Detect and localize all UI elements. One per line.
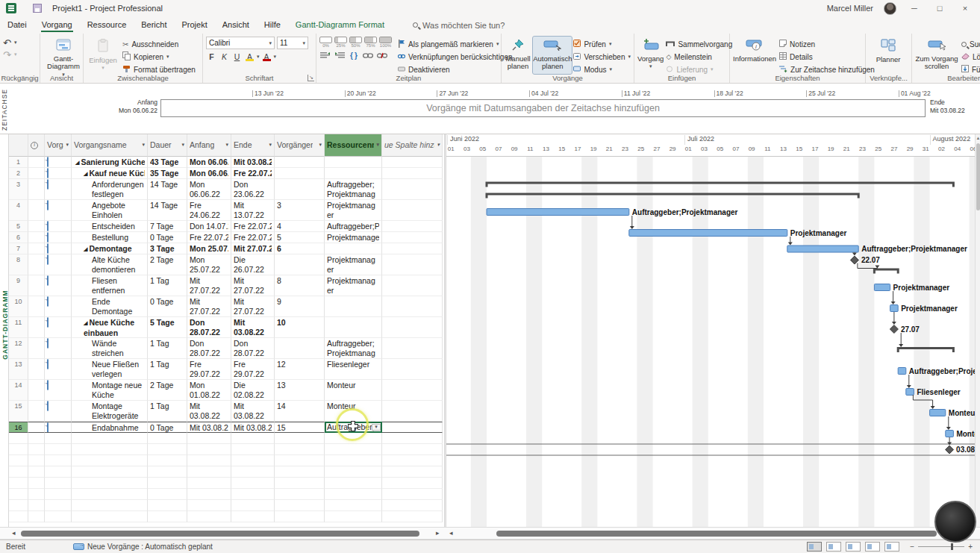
indent-task-icon[interactable] [334,51,346,60]
row-number[interactable]: 3 [9,179,28,200]
task-bar[interactable] [487,209,629,216]
task-mode-cell[interactable] [45,296,72,317]
empty-cell[interactable] [382,511,443,522]
duration-cell[interactable]: 0 Tage [148,422,187,433]
row-number[interactable]: 12 [9,338,28,359]
predecessor-cell[interactable]: 4 [275,221,325,232]
chart-scroll-thumb[interactable] [496,531,937,537]
resource-cell[interactable] [325,317,382,338]
clear-button[interactable]: Löschen▾ [961,51,980,63]
empty-cell[interactable] [187,478,231,489]
end-date-cell[interactable]: Fre 22.07.22 [231,221,275,232]
table-scroll-left-icon[interactable]: ◂ [12,529,16,537]
start-date-cell[interactable]: Fre 24.06.22 [187,200,231,221]
new-column-cell[interactable] [382,200,443,221]
start-date-cell[interactable]: Fre 22.07.22 [187,232,231,243]
highlight-color-button[interactable]: A [244,52,255,61]
end-date-cell[interactable]: Fre 22.07.22 [231,232,275,243]
task-mode-cell[interactable] [45,422,72,433]
duration-cell[interactable]: 1 Tag [148,338,187,359]
new-column-cell[interactable] [382,359,443,380]
predecessor-cell[interactable]: 15 [275,422,325,433]
details-button[interactable]: Details [779,51,875,63]
maximize-button[interactable]: □ [932,4,947,13]
end-date-cell[interactable]: Fre 22.07.22 [231,168,275,179]
predecessor-cell[interactable]: 10 [275,317,325,338]
task-name-cell[interactable]: Neue Fließen verlegen [72,359,148,380]
resource-dropdown-icon[interactable]: ▾ [372,424,381,431]
row-number[interactable]: 10 [9,296,28,317]
task-mode-cell[interactable] [45,157,72,168]
row-number[interactable]: 4 [9,200,28,221]
task-name-cell[interactable]: Ende Demontage [72,296,148,317]
task-bar[interactable] [787,246,858,252]
empty-cell[interactable] [231,500,275,511]
milestone-button[interactable]: ◇ Meilenstein [666,51,732,63]
end-date-cell[interactable]: Mit 03.08.22 [231,422,275,433]
resource-sheet-icon[interactable] [865,542,880,552]
empty-cell[interactable] [72,466,148,478]
start-date-cell[interactable]: Mon 06.06.22 [187,179,231,200]
empty-cell[interactable] [187,444,231,455]
empty-cell[interactable] [28,444,45,455]
empty-cell[interactable] [9,433,28,444]
timeline-banner[interactable]: Vorgänge mit Datumsangaben der Zeitachse… [160,99,926,117]
link-tasks-icon[interactable] [362,51,374,60]
percent-complete-50-button[interactable]: 50% [349,37,362,48]
empty-cell[interactable] [45,466,72,478]
empty-cell[interactable] [382,433,443,444]
summary-bar[interactable] [487,183,953,187]
empty-cell[interactable] [187,489,231,500]
insert-task-button[interactable]: Vorgang▾ [637,37,664,74]
column-header-mode[interactable]: Vorga▾ [45,134,72,157]
start-date-cell[interactable]: Mon 25.07.22 [187,243,231,254]
empty-cell[interactable] [382,455,443,466]
move-task-button[interactable]: Verschieben▾ [573,51,631,63]
column-header-vorgaenger[interactable]: Vorgänger▾ [275,134,325,157]
predecessor-cell[interactable] [275,254,325,275]
end-date-cell[interactable]: Mit 03.08.22 [231,317,275,338]
empty-cell[interactable] [275,500,325,511]
start-date-cell[interactable]: Mon 06.06.22 [187,157,231,168]
tell-me-search[interactable]: Was möchten Sie tun? [413,21,505,30]
duration-cell[interactable]: 2 Tage [148,254,187,275]
redo-button[interactable]: ↷▾ [3,49,37,60]
row-number[interactable]: 2 [9,168,28,179]
empty-cell[interactable] [325,511,382,522]
task-mode-cell[interactable] [45,338,72,359]
task-name-cell[interactable]: Angebote Einholen [72,200,148,221]
column-header-anfang[interactable]: Anfang▾ [187,134,231,157]
row-number[interactable]: 15 [9,401,28,422]
copy-button[interactable]: Kopieren▾ [122,51,196,63]
end-date-cell[interactable]: Don 28.07.22 [231,338,275,359]
chart-vertical-scrollbar[interactable]: ▲ [975,134,980,527]
task-mode-cell[interactable] [45,221,72,232]
empty-cell[interactable] [28,500,45,511]
duration-cell[interactable]: 7 Tage [148,221,187,232]
summary-bar[interactable] [487,194,858,199]
save-icon[interactable] [33,4,42,13]
empty-cell[interactable] [275,466,325,478]
empty-cell[interactable] [45,478,72,489]
end-date-cell[interactable]: Mit 27.07.22 [231,243,275,254]
predecessor-cell[interactable] [275,157,325,168]
start-date-cell[interactable]: Mit 03.08.22 [187,401,231,422]
duration-cell[interactable]: 5 Tage [148,317,187,338]
task-information-button[interactable]: i Informationen [733,37,776,74]
resource-cell[interactable] [325,168,382,179]
empty-cell[interactable] [325,489,382,500]
empty-cell[interactable] [28,511,45,522]
menu-tab-ressource[interactable]: Ressource [80,17,134,33]
empty-cell[interactable] [231,489,275,500]
predecessor-cell[interactable]: 8 [275,275,325,296]
close-button[interactable]: × [958,4,973,13]
predecessor-cell[interactable]: 14 [275,401,325,422]
empty-cell[interactable] [72,489,148,500]
menu-tab-projekt[interactable]: Projekt [175,17,215,33]
empty-cell[interactable] [9,478,28,489]
end-date-cell[interactable]: Mit 27.07.22 [231,275,275,296]
task-name-cell[interactable]: Montage neue Küche [72,380,148,401]
empty-cell[interactable] [45,511,72,522]
zoom-out-button[interactable]: − [910,543,914,551]
empty-cell[interactable] [45,455,72,466]
